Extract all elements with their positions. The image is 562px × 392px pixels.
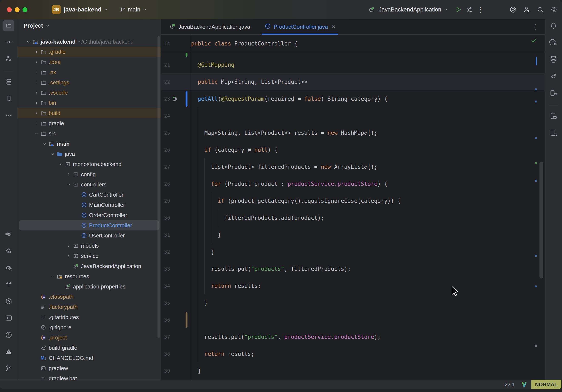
run-configuration-selector[interactable]: JavaBackendApplication (379, 6, 441, 13)
bookmarks-tool-button[interactable] (3, 93, 14, 105)
tree-item-main[interactable]: main (17, 139, 161, 149)
git-tool-button[interactable] (3, 363, 14, 375)
project-tool-button[interactable] (3, 20, 14, 31)
database-button[interactable] (548, 54, 559, 65)
more-actions-button[interactable]: ⋮ (477, 5, 485, 14)
tree-item-gradle[interactable]: gradle (17, 118, 161, 128)
tree-item--gradle[interactable]: .gradle (17, 47, 161, 57)
tree-item-src[interactable]: src (17, 128, 161, 139)
tree-item-productcontroller[interactable]: CProductController (19, 220, 159, 230)
chevron-collapsed-icon[interactable] (67, 254, 73, 258)
change-marker-add[interactable] (186, 53, 187, 57)
chevron-expanded-icon[interactable] (42, 142, 49, 146)
tree-item-controllers[interactable]: controllers (17, 179, 161, 190)
minimize-window-button[interactable] (15, 7, 20, 12)
tree-item-java-backend[interactable]: java-backend~/Github/java-backend (17, 36, 161, 47)
chevron-collapsed-icon[interactable] (34, 50, 41, 54)
tree-item-java[interactable]: java (17, 149, 161, 159)
commit-tool-button[interactable] (3, 37, 14, 48)
run-button[interactable] (454, 5, 463, 14)
tree-item-gradlew[interactable]: gradlew (17, 363, 161, 373)
tree-item--settings[interactable]: .settings (17, 77, 161, 88)
chevron-collapsed-icon[interactable] (34, 60, 41, 64)
zoom-window-button[interactable] (23, 7, 27, 12)
search-everywhere-button[interactable] (536, 5, 545, 14)
chevron-expanded-icon[interactable] (34, 131, 41, 136)
tree-item--factorypath[interactable]: .factorypath (17, 302, 161, 312)
tree-item--vscode[interactable]: .vscode (17, 88, 161, 98)
tree-item-changelog-md[interactable]: M↓CHANGELOG.md (17, 353, 161, 363)
chevron-expanded-icon[interactable] (50, 152, 57, 156)
chevron-collapsed-icon[interactable] (34, 101, 41, 105)
change-marker-ws[interactable] (186, 312, 187, 328)
device-manager-button[interactable] (548, 88, 559, 99)
tree-item-monostore-backend[interactable]: monostore.backend (17, 159, 161, 169)
error-stripe-mark[interactable] (535, 137, 537, 139)
debug-button[interactable] (465, 5, 474, 14)
warnings-tool-button[interactable] (3, 346, 14, 358)
tab-options-button[interactable]: ⋮ (532, 23, 539, 31)
code-with-me-button[interactable] (522, 5, 531, 14)
tree-item--classpath[interactable]: .classpath (17, 292, 161, 302)
tree-item-application-properties[interactable]: application.properties (17, 282, 161, 292)
chevron-expanded-icon[interactable] (67, 182, 73, 187)
chevron-collapsed-icon[interactable] (34, 91, 41, 95)
tree-item-maincontroller[interactable]: CMainController (17, 200, 161, 210)
cat-plugin-tool-button[interactable] (3, 229, 14, 240)
inspections-ok-icon[interactable] (530, 37, 537, 45)
tree-item--nx[interactable]: .nx (17, 67, 161, 77)
structure-tool-button[interactable] (3, 54, 14, 65)
problems-tool-button[interactable] (3, 330, 14, 341)
tree-item-models[interactable]: models (17, 241, 161, 251)
chevron-expanded-icon[interactable] (50, 274, 57, 279)
error-stripe-mark[interactable] (535, 162, 537, 164)
build-tool-button[interactable] (3, 279, 14, 291)
chevron-collapsed-icon[interactable] (34, 70, 41, 75)
project-switcher[interactable]: java-backend (64, 6, 101, 13)
rest-endpoint-globe-icon[interactable] (170, 96, 179, 102)
settings-button[interactable] (549, 5, 559, 14)
chevron-expanded-icon[interactable] (59, 162, 65, 166)
editor-tab-javabackendapplication-java[interactable]: JavaBackendApplication.java (166, 19, 253, 35)
error-stripe-mark[interactable] (535, 180, 537, 182)
tree-item-config[interactable]: config (17, 169, 161, 179)
close-tab-icon[interactable]: × (332, 24, 335, 30)
project-tree-scrollbar[interactable] (157, 36, 160, 338)
tree-item--idea[interactable]: .idea (17, 57, 161, 67)
close-window-button[interactable] (7, 7, 12, 12)
tree-item-cartcontroller[interactable]: CCartController (17, 190, 161, 200)
error-stripe-mark[interactable] (535, 88, 537, 90)
profiler-tool-button[interactable] (3, 262, 14, 274)
project-view-selector[interactable]: Project (23, 23, 43, 29)
tree-item-build[interactable]: build (17, 108, 161, 118)
tree-item-build-gradle[interactable]: build.gradle (17, 343, 161, 353)
caret-position-widget[interactable]: 22:1 (505, 381, 515, 388)
panels-tool-button[interactable] (3, 77, 14, 88)
error-stripe-mark[interactable] (535, 101, 537, 102)
ideavim-icon[interactable] (521, 381, 527, 388)
device-explorer-button[interactable] (548, 127, 559, 139)
notifications-button[interactable] (548, 20, 559, 32)
layout-inspector-button[interactable] (548, 110, 559, 122)
branch-switcher[interactable]: main (128, 6, 140, 13)
tree-item-service[interactable]: service (17, 251, 161, 261)
more-tool-windows-button[interactable] (3, 110, 14, 122)
error-stripe-mark[interactable] (536, 57, 537, 65)
chevron-expanded-icon[interactable] (26, 39, 33, 44)
error-stripe-mark[interactable] (535, 255, 537, 257)
ai-assistant-button[interactable] (548, 37, 559, 49)
change-marker-mod[interactable] (186, 91, 187, 107)
terminal-tool-button[interactable] (3, 313, 14, 324)
chevron-collapsed-icon[interactable] (34, 80, 41, 85)
gradle-button[interactable] (548, 71, 559, 82)
tree-item--project[interactable]: .project (17, 333, 161, 343)
tree-item-bin[interactable]: bin (17, 98, 161, 108)
services-tool-button[interactable] (3, 296, 14, 307)
tree-item-ordercontroller[interactable]: COrderController (17, 210, 161, 220)
tree-item--gitignore[interactable]: .gitignore (17, 322, 161, 333)
ai-mentions-button[interactable] (508, 5, 518, 14)
tree-item-javabackendapplication[interactable]: JavaBackendApplication (17, 261, 161, 271)
error-stripe-mark[interactable] (535, 285, 537, 287)
editor-tab-productcontroller-java[interactable]: CProductController.java× (262, 19, 338, 35)
tree-item-resources[interactable]: resources (17, 271, 161, 282)
